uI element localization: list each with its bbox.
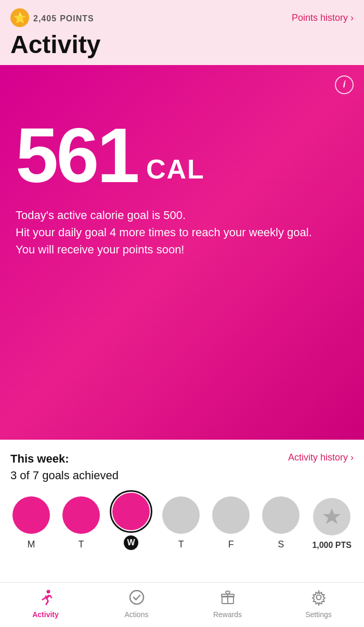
points-history-link[interactable]: Points history ›	[292, 12, 354, 23]
day-label-thursday: T	[178, 539, 184, 550]
day-item-sunday: 1,000 PTS	[312, 498, 352, 550]
svg-point-1	[46, 590, 50, 594]
header: ⭐ 2,405 POINTS Points history › Activity	[0, 0, 364, 65]
header-top-row: ⭐ 2,405 POINTS Points history ›	[10, 8, 354, 27]
nav-label-activity: Activity	[32, 610, 59, 619]
day-label-monday: M	[28, 539, 35, 550]
calorie-display: 561 CAL	[16, 117, 348, 194]
day-circle-tuesday	[62, 496, 100, 534]
reward-pts-label: 1,000 PTS	[312, 541, 352, 550]
day-label-saturday: S	[278, 539, 284, 550]
day-item-wednesday: W	[112, 493, 150, 550]
star-icon: ⭐	[10, 8, 29, 27]
activity-banner: i 561 CAL Today's active calorie goal is…	[0, 65, 364, 440]
nav-item-settings[interactable]: Settings	[298, 589, 340, 619]
calorie-message-line1: Today's active calorie goal is 500.	[16, 209, 186, 222]
day-circle-wednesday	[112, 493, 150, 530]
weekly-header: This week: Activity history ›	[10, 452, 354, 466]
nav-item-rewards[interactable]: Rewards	[207, 589, 249, 619]
points-badge: ⭐ 2,405 POINTS	[10, 8, 94, 27]
points-number: 2,405	[33, 14, 57, 23]
info-icon[interactable]: i	[335, 75, 354, 94]
activity-history-link[interactable]: Activity history ›	[288, 452, 354, 463]
days-row: M T W T F S	[10, 493, 354, 550]
nav-item-actions[interactable]: Actions	[116, 589, 158, 619]
nav-label-actions: Actions	[125, 610, 149, 619]
svg-marker-0	[323, 508, 341, 524]
day-item-monday: M	[12, 496, 50, 550]
nav-item-activity[interactable]: Activity	[25, 589, 67, 619]
svg-point-2	[130, 591, 144, 604]
nav-label-settings: Settings	[305, 610, 332, 619]
day-item-thursday: T	[162, 496, 200, 550]
goals-text: 3 of 7 goals achieved	[10, 469, 354, 482]
day-circle-sunday	[313, 498, 350, 535]
gift-icon	[219, 589, 236, 608]
star-reward-icon	[322, 507, 342, 527]
calorie-message: Today's active calorie goal is 500. Hit …	[16, 207, 328, 258]
this-week-label: This week:	[10, 452, 69, 466]
check-circle-icon	[128, 589, 145, 608]
nav-label-rewards: Rewards	[213, 610, 242, 619]
page-title: Activity	[10, 31, 354, 59]
day-label-wednesday: W	[124, 535, 138, 550]
calorie-unit: CAL	[146, 153, 205, 185]
runner-icon	[37, 589, 54, 608]
calorie-value: 561	[16, 117, 138, 194]
day-circle-thursday	[162, 496, 200, 534]
points-label: POINTS	[60, 14, 94, 23]
svg-point-6	[316, 595, 321, 600]
day-circle-friday	[212, 496, 250, 534]
day-label-tuesday: T	[79, 539, 84, 550]
day-item-friday: F	[212, 496, 250, 550]
gear-icon	[310, 589, 327, 608]
points-value: 2,405 POINTS	[33, 11, 94, 24]
day-circle-saturday	[262, 496, 300, 534]
day-label-friday: F	[228, 539, 234, 550]
bottom-nav: Activity Actions Rewards	[0, 582, 364, 627]
weekly-section: This week: Activity history › 3 of 7 goa…	[0, 440, 364, 560]
day-item-tuesday: T	[62, 496, 100, 550]
day-circle-monday	[12, 496, 50, 534]
calorie-message-line2: Hit your daily goal 4 more times to reac…	[16, 226, 312, 256]
day-item-saturday: S	[262, 496, 300, 550]
